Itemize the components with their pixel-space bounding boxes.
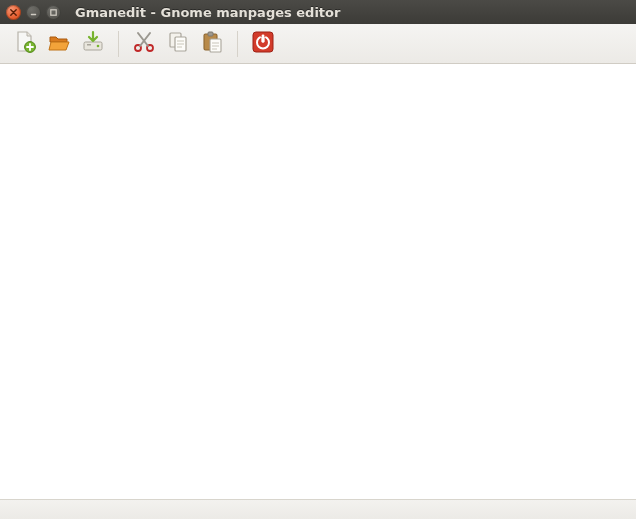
toolbar-separator [237, 31, 238, 57]
new-file-button[interactable] [10, 29, 40, 59]
window-title: Gmanedit - Gnome manpages editor [75, 5, 340, 20]
scissors-icon [132, 30, 156, 58]
paste-button[interactable] [197, 29, 227, 59]
paste-icon [200, 30, 224, 58]
copy-icon [166, 30, 190, 58]
toolbar [0, 24, 636, 64]
svg-rect-0 [31, 13, 36, 14]
save-file-button[interactable] [78, 29, 108, 59]
copy-button[interactable] [163, 29, 193, 59]
window-maximize-button[interactable] [46, 5, 61, 20]
save-drive-icon [81, 30, 105, 58]
svg-rect-1 [51, 9, 56, 14]
window-minimize-button[interactable] [26, 5, 41, 20]
power-icon [251, 30, 275, 58]
quit-button[interactable] [248, 29, 278, 59]
titlebar: Gmanedit - Gnome manpages editor [0, 0, 636, 24]
svg-rect-4 [87, 44, 91, 46]
window-controls [6, 5, 61, 20]
svg-rect-11 [208, 32, 213, 36]
svg-rect-3 [84, 42, 102, 50]
svg-point-5 [97, 44, 100, 47]
cut-button[interactable] [129, 29, 159, 59]
statusbar [0, 499, 636, 519]
folder-open-icon [47, 30, 71, 58]
toolbar-separator [118, 31, 119, 57]
page-plus-icon [13, 30, 37, 58]
editor-textarea[interactable] [0, 64, 636, 499]
window-close-button[interactable] [6, 5, 21, 20]
svg-rect-17 [262, 34, 265, 42]
open-file-button[interactable] [44, 29, 74, 59]
